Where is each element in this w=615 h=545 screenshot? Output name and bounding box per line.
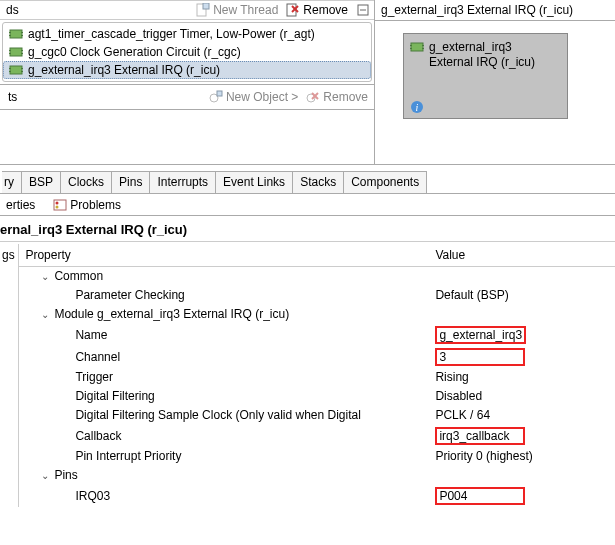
prop-label: Digital Filtering Sample Clock (Only val… xyxy=(19,406,429,425)
svg-rect-12 xyxy=(10,48,22,56)
prop-label: Trigger xyxy=(19,368,429,387)
svg-rect-14 xyxy=(9,53,11,54)
prop-value[interactable]: g_external_irq3 xyxy=(435,326,526,344)
row-callback[interactable]: Callbackirq3_callback xyxy=(19,425,615,447)
tab-summary-cut[interactable]: ry xyxy=(2,171,22,193)
svg-rect-9 xyxy=(9,35,11,36)
stack-item-cgc0[interactable]: g_cgc0 Clock Generation Circuit (r_cgc) xyxy=(3,43,371,61)
svg-rect-18 xyxy=(9,68,11,69)
prop-label: Digital Filtering xyxy=(19,387,429,406)
prop-value[interactable]: Rising xyxy=(429,368,615,387)
row-name[interactable]: Nameg_external_irq3 xyxy=(19,324,615,346)
svg-rect-1 xyxy=(203,3,209,9)
prop-value[interactable]: irq3_callback xyxy=(435,427,525,445)
pane-title-cut: ds xyxy=(4,3,19,17)
gutter-label: gs xyxy=(0,244,18,266)
row-pins[interactable]: ⌄Pins xyxy=(19,466,615,485)
stack-item-label: g_cgc0 Clock Generation Circuit (r_cgc) xyxy=(28,45,241,59)
problems-icon xyxy=(53,198,67,212)
row-dfilter[interactable]: Digital FilteringDisabled xyxy=(19,387,615,406)
new-thread-button[interactable]: New Thread xyxy=(196,3,278,17)
prop-value[interactable]: Priority 0 (highest) xyxy=(429,447,615,466)
row-trigger[interactable]: TriggerRising xyxy=(19,368,615,387)
tab-problems[interactable]: Problems xyxy=(49,195,125,215)
svg-rect-10 xyxy=(21,32,23,33)
svg-rect-21 xyxy=(21,71,23,72)
module-icon xyxy=(410,40,424,54)
module-block-title: g_external_irq3 External IRQ (r_icu) xyxy=(375,0,615,21)
stack-list: agt1_timer_cascade_trigger Timer, Low-Po… xyxy=(2,22,372,82)
tab-interrupts[interactable]: Interrupts xyxy=(149,171,216,193)
new-object-icon xyxy=(209,90,223,104)
tab-properties[interactable]: erties xyxy=(2,195,39,215)
svg-rect-20 xyxy=(21,68,23,69)
expand-toggle[interactable]: ⌄ xyxy=(39,309,50,320)
row-irq03[interactable]: IRQ03P004 xyxy=(19,485,615,507)
svg-point-36 xyxy=(56,205,59,208)
svg-rect-13 xyxy=(9,50,11,51)
prop-value[interactable]: PCLK / 64 xyxy=(429,406,615,425)
module-block[interactable]: g_external_irq3 External IRQ (r_icu) i xyxy=(403,33,568,119)
prop-label: IRQ03 xyxy=(19,485,429,507)
new-object-button[interactable]: New Object > xyxy=(209,90,298,104)
col-property: Property xyxy=(19,244,429,267)
stack-item-label: agt1_timer_cascade_trigger Timer, Low-Po… xyxy=(28,27,315,41)
row-channel[interactable]: Channel3 xyxy=(19,346,615,368)
row-param-check[interactable]: Parameter CheckingDefault (BSP) xyxy=(19,286,615,305)
svg-rect-34 xyxy=(54,200,66,210)
svg-rect-28 xyxy=(410,45,412,46)
row-priority[interactable]: Pin Interrupt PriorityPriority 0 (highes… xyxy=(19,447,615,466)
svg-text:i: i xyxy=(416,102,419,113)
tab-problems-label: Problems xyxy=(70,198,121,212)
prop-value[interactable]: Disabled xyxy=(429,387,615,406)
svg-point-35 xyxy=(56,201,59,204)
svg-rect-15 xyxy=(21,50,23,51)
tab-pins[interactable]: Pins xyxy=(111,171,150,193)
row-dclock[interactable]: Digital Filtering Sample Clock (Only val… xyxy=(19,406,615,425)
svg-rect-7 xyxy=(10,30,22,38)
info-icon[interactable]: i xyxy=(410,100,424,114)
remove-object-button[interactable]: Remove xyxy=(306,90,368,104)
row-common[interactable]: ⌄Common xyxy=(19,267,615,286)
expand-toggle[interactable]: ⌄ xyxy=(39,470,50,481)
module-name: g_external_irq3 xyxy=(429,40,535,55)
prop-value[interactable]: Default (BSP) xyxy=(429,286,615,305)
collapse-icon[interactable] xyxy=(356,3,370,17)
new-thread-icon xyxy=(196,3,210,17)
config-tab-strip: ry BSP Clocks Pins Interrupts Event Link… xyxy=(0,171,615,194)
remove-object-label: Remove xyxy=(323,90,368,104)
svg-rect-30 xyxy=(422,45,424,46)
remove-label: Remove xyxy=(303,3,348,17)
prop-value[interactable]: P004 xyxy=(435,487,525,505)
remove-button[interactable]: Remove xyxy=(286,3,348,17)
module-icon xyxy=(9,27,23,41)
svg-rect-11 xyxy=(21,35,23,36)
svg-rect-23 xyxy=(217,91,222,96)
tab-bsp[interactable]: BSP xyxy=(21,171,61,193)
stack-item-label: g_external_irq3 External IRQ (r_icu) xyxy=(28,63,220,77)
module-icon xyxy=(9,45,23,59)
mid-title-cut: ts xyxy=(6,90,17,104)
row-module[interactable]: ⌄Module g_external_irq3 External IRQ (r_… xyxy=(19,305,615,324)
prop-label: Callback xyxy=(19,425,429,447)
module-desc: External IRQ (r_icu) xyxy=(429,55,535,70)
tab-components[interactable]: Components xyxy=(343,171,427,193)
tab-stacks[interactable]: Stacks xyxy=(292,171,344,193)
prop-label: Pin Interrupt Priority xyxy=(19,447,429,466)
tab-event-links[interactable]: Event Links xyxy=(215,171,293,193)
module-icon xyxy=(9,63,23,77)
expand-toggle[interactable]: ⌄ xyxy=(39,271,50,282)
new-object-label: New Object > xyxy=(226,90,298,104)
stack-item-irq3[interactable]: g_external_irq3 External IRQ (r_icu) xyxy=(3,61,371,79)
svg-rect-27 xyxy=(411,43,423,51)
prop-label: Name xyxy=(19,324,429,346)
properties-table: Property Value ⌄Common Parameter Checkin… xyxy=(19,244,615,507)
stack-item-agt1[interactable]: agt1_timer_cascade_trigger Timer, Low-Po… xyxy=(3,25,371,43)
prop-label: Channel xyxy=(19,346,429,368)
group-label: Common xyxy=(54,269,103,283)
tab-clocks[interactable]: Clocks xyxy=(60,171,112,193)
col-value: Value xyxy=(429,244,615,267)
new-thread-label: New Thread xyxy=(213,3,278,17)
remove-icon xyxy=(286,3,300,17)
prop-value[interactable]: 3 xyxy=(435,348,525,366)
